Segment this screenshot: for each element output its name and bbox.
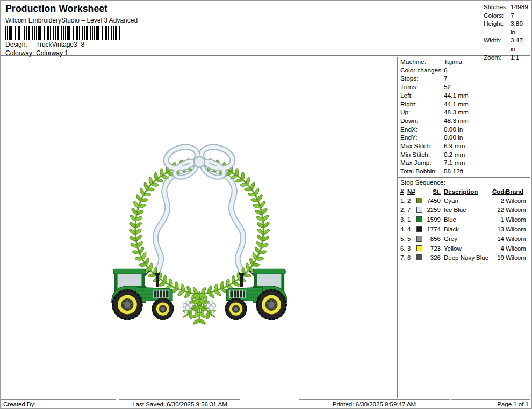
design-stats-box: Stitches:14989 Colors:7 Height:3.80 in W…: [481, 1, 530, 55]
cell-needle: 2: [407, 197, 416, 206]
cell-stitches: 326: [426, 254, 442, 262]
info-panel: Machine:Tajima Color changes:6 Stops:7 T…: [397, 57, 530, 398]
cell-needle: 3: [407, 245, 416, 253]
embroidery-design-preview: [106, 134, 293, 331]
thread-color-swatch: [416, 216, 422, 222]
cell-needle: 5: [407, 235, 416, 244]
cell-needle: 6: [407, 254, 416, 262]
machine-info-row: Machine:Tajima: [400, 58, 528, 67]
info-label: Trims:: [400, 83, 444, 92]
thread-color-swatch: [416, 236, 422, 242]
cell-code: 1: [492, 216, 506, 224]
cell-num: 2.: [400, 206, 407, 215]
cell-stitches: 1774: [426, 225, 442, 234]
design-barcode: [5, 26, 120, 40]
info-label: EndX:: [400, 126, 444, 134]
main-area: Machine:Tajima Color changes:6 Stops:7 T…: [1, 57, 530, 398]
stop-sequence-section: Stop Sequence: # N# St. Description Code…: [398, 177, 530, 264]
stat-value: 7: [511, 12, 529, 20]
cell-description: Black: [442, 225, 492, 234]
info-label: Max Stitch:: [400, 142, 444, 151]
info-label: Total Bobbin:: [400, 167, 444, 176]
ribbon-left: [155, 168, 191, 277]
stat-row: Colors:7: [484, 12, 529, 20]
stop-sequence-title: Stop Sequence:: [400, 179, 528, 187]
stat-value: 14989: [511, 3, 529, 12]
table-row: 6. 3 723 Yellow 4 Wilcom: [400, 244, 528, 254]
table-row: 1. 2 7450 Cyan 2 Wilcom: [400, 196, 528, 206]
production-worksheet-page: Production Worksheet Wilcom EmbroiderySt…: [0, 0, 532, 409]
machine-info-row: Total Bobbin:58.12ft: [400, 167, 528, 176]
colorway-value: Colorway 1: [36, 49, 68, 57]
cell-description: Yellow: [442, 245, 492, 253]
machine-info-row: Down:48.3 mm: [400, 117, 528, 126]
table-row: 3. 1 1599 Blue 1 Wilcom: [400, 215, 528, 225]
cell-num: 3.: [400, 216, 407, 224]
col-needle: N#: [407, 188, 416, 196]
info-value: 7.1 mm: [444, 159, 528, 167]
colorway-row: Colorway: Colorway 1: [5, 49, 68, 57]
machine-info-row: Stops:7: [400, 75, 528, 83]
stat-label: Stitches:: [484, 3, 511, 12]
table-header-row: # N# St. Description Code Brand: [400, 188, 528, 196]
info-value: 52: [444, 83, 528, 92]
info-label: Left:: [400, 92, 444, 100]
cell-code: 2: [492, 197, 506, 206]
machine-info-row: Right:44.1 mm: [400, 100, 528, 109]
col-description: Description: [442, 188, 492, 196]
cell-brand: Wilcom: [506, 235, 528, 244]
thread-color-swatch: [416, 198, 422, 203]
design-canvas: [1, 57, 397, 398]
cell-needle: 1: [407, 216, 416, 224]
cell-brand: Wilcom: [506, 225, 528, 234]
col-num: #: [400, 188, 407, 196]
stat-label: Height:: [484, 20, 511, 36]
info-value: Tajima: [444, 58, 528, 67]
thread-color-swatch: [416, 226, 422, 232]
info-label: EndY:: [400, 134, 444, 142]
info-label: Up:: [400, 108, 444, 117]
design-label: Design:: [5, 41, 36, 48]
machine-info-row: Max Jump:7.1 mm: [400, 159, 528, 167]
cell-stitches: 856: [426, 235, 442, 244]
laurel-leaves: [128, 157, 270, 300]
info-value: 0.2 mm: [444, 151, 528, 159]
header-left: Production Worksheet Wilcom EmbroiderySt…: [1, 1, 480, 55]
cell-num: 4.: [400, 225, 407, 234]
table-row: 2. 7 2259 Ice Blue 22 Wilcom: [400, 206, 528, 215]
cell-brand: Wilcom: [506, 206, 528, 215]
cell-code: 19: [492, 254, 506, 262]
cell-code: 14: [492, 235, 506, 244]
cell-stitches: 2259: [426, 206, 442, 215]
design-row: Design: TruckVintage3_8: [5, 41, 84, 48]
info-value: 44.1 mm: [444, 92, 528, 100]
thread-color-swatch: [416, 254, 422, 260]
info-value: 7: [444, 75, 528, 83]
cell-stitches: 7450: [426, 197, 442, 206]
machine-info-row: Left:44.1 mm: [400, 92, 528, 100]
stat-row: Stitches:14989: [484, 3, 529, 12]
info-value: 6.9 mm: [444, 142, 528, 151]
cell-description: Deep Navy Blue: [442, 254, 492, 262]
info-label: Machine:: [400, 58, 444, 67]
machine-info-row: EndY:0.00 in: [400, 134, 528, 142]
ribbon-right: [207, 168, 243, 277]
info-label: Min Stitch:: [400, 151, 444, 159]
footer-page-number: Page 1 of 1: [451, 399, 530, 408]
footer-created-by: Created By:: [1, 399, 116, 408]
machine-info-row: Up:48.3 mm: [400, 108, 528, 117]
info-value: 0.00 in: [444, 126, 528, 134]
cell-num: 6.: [400, 245, 407, 253]
cell-needle: 7: [407, 206, 416, 215]
col-brand: Brand: [506, 188, 528, 196]
col-stitches: St.: [426, 188, 442, 196]
machine-info-list: Machine:Tajima Color changes:6 Stops:7 T…: [398, 57, 530, 177]
cell-num: 7.: [400, 254, 407, 262]
info-value: 6: [444, 67, 528, 75]
design-value: TruckVintage3_8: [36, 41, 84, 48]
info-value: 44.1 mm: [444, 100, 528, 109]
thread-color-swatch: [416, 207, 422, 213]
cell-code: 22: [492, 206, 506, 215]
cell-brand: Wilcom: [506, 216, 528, 224]
info-value: 48.3 mm: [444, 117, 528, 126]
